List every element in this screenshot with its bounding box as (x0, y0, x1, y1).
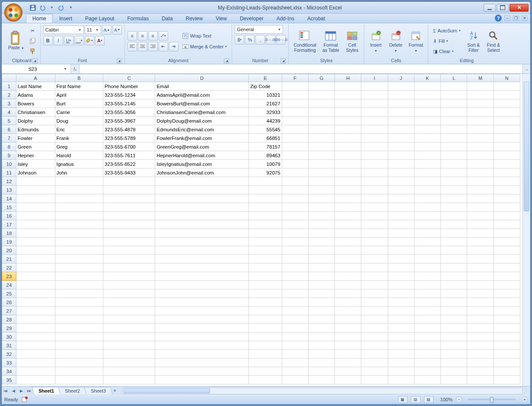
italic-button[interactable]: I (54, 36, 63, 45)
cell-A17[interactable] (16, 220, 55, 229)
cell-H34[interactable] (335, 367, 361, 376)
cell-J14[interactable] (388, 194, 414, 203)
cell-C29[interactable] (103, 324, 155, 333)
cell-J16[interactable] (388, 212, 414, 220)
cell-C14[interactable] (103, 194, 155, 203)
cell-M28[interactable] (467, 315, 494, 324)
row-header-11[interactable]: 11 (2, 168, 16, 177)
cell-M35[interactable] (467, 376, 494, 384)
cell-D25[interactable] (155, 289, 249, 298)
cell-D16[interactable] (155, 212, 249, 220)
window-maximize-button[interactable] (497, 4, 509, 12)
cell-G35[interactable] (308, 376, 334, 384)
comma-format-button[interactable]: , (255, 35, 265, 44)
cell-K35[interactable] (414, 376, 440, 384)
cell-M2[interactable] (467, 91, 494, 99)
cell-C4[interactable]: 323-555-3056 (103, 108, 155, 117)
cell-F26[interactable] (282, 298, 308, 307)
ribbon-tab-insert[interactable]: Insert (53, 14, 79, 23)
cell-A25[interactable] (16, 289, 55, 298)
cell-J8[interactable] (388, 143, 414, 151)
cell-L20[interactable] (441, 246, 467, 255)
format-as-table-button[interactable]: Format as Table (320, 28, 341, 54)
cell-F17[interactable] (282, 220, 308, 229)
cell-M24[interactable] (467, 281, 494, 289)
cell-G31[interactable] (308, 341, 334, 350)
cell-G12[interactable] (308, 177, 334, 186)
cell-G23[interactable] (308, 272, 334, 281)
cell-G6[interactable] (308, 125, 334, 134)
cell-L19[interactable] (441, 238, 467, 246)
row-header-16[interactable]: 16 (2, 212, 16, 220)
cell-A7[interactable]: Fowler (16, 134, 55, 143)
cell-K18[interactable] (414, 229, 440, 238)
cell-E2[interactable]: 10321 (249, 91, 282, 99)
cell-D4[interactable]: ChristiansenCarrie@email.com (155, 108, 249, 117)
cell-K31[interactable] (414, 341, 440, 350)
underline-button[interactable]: U▾ (64, 36, 73, 45)
cell-I15[interactable] (361, 203, 388, 212)
ribbon-tab-review[interactable]: Review (179, 14, 209, 23)
cell-J35[interactable] (388, 376, 414, 384)
cell-L8[interactable] (441, 143, 467, 151)
cell-A34[interactable] (16, 367, 55, 376)
cell-I20[interactable] (361, 246, 388, 255)
cell-D7[interactable]: FowlerFrank@email.com (155, 134, 249, 143)
row-header-31[interactable]: 31 (2, 341, 16, 350)
cell-C24[interactable] (103, 281, 155, 289)
cell-G11[interactable] (308, 168, 334, 177)
cell-N2[interactable] (494, 91, 520, 99)
cell-K16[interactable] (414, 212, 440, 220)
cell-N30[interactable] (494, 333, 520, 341)
fx-icon[interactable]: fx (73, 67, 76, 72)
row-header-33[interactable]: 33 (2, 358, 16, 367)
row-header-8[interactable]: 8 (2, 143, 16, 151)
cell-H28[interactable] (335, 315, 361, 324)
cell-C9[interactable]: 323-555-7611 (103, 151, 155, 160)
cell-C1[interactable]: Phone Number (103, 82, 155, 91)
cell-J29[interactable] (388, 324, 414, 333)
cell-H23[interactable] (335, 272, 361, 281)
cell-E30[interactable] (249, 333, 282, 341)
cell-H20[interactable] (335, 246, 361, 255)
cell-G30[interactable] (308, 333, 334, 341)
cell-H7[interactable] (335, 134, 361, 143)
bold-button[interactable]: B (43, 36, 53, 45)
cell-B19[interactable] (55, 238, 103, 246)
cell-L29[interactable] (441, 324, 467, 333)
cell-L26[interactable] (441, 298, 467, 307)
cell-A27[interactable] (16, 307, 55, 315)
cell-A16[interactable] (16, 212, 55, 220)
cell-G27[interactable] (308, 307, 334, 315)
formula-bar[interactable] (79, 64, 522, 73)
cell-L5[interactable] (441, 117, 467, 125)
cell-I22[interactable] (361, 263, 388, 272)
undo-icon[interactable] (39, 4, 46, 11)
cell-K6[interactable] (414, 125, 440, 134)
row-header-35[interactable]: 35 (2, 376, 16, 384)
undo-dropdown[interactable]: ▼ (48, 4, 55, 11)
ribbon-tab-data[interactable]: Data (155, 14, 179, 23)
cell-L9[interactable] (441, 151, 467, 160)
col-header-F[interactable]: F (282, 74, 308, 82)
cell-L11[interactable] (441, 168, 467, 177)
cell-J32[interactable] (388, 350, 414, 358)
cell-C11[interactable]: 323-555-9433 (103, 168, 155, 177)
cell-B35[interactable] (55, 376, 103, 384)
cell-L18[interactable] (441, 229, 467, 238)
cell-H27[interactable] (335, 307, 361, 315)
cell-F15[interactable] (282, 203, 308, 212)
cell-J24[interactable] (388, 281, 414, 289)
cell-B12[interactable] (55, 177, 103, 186)
cell-E17[interactable] (249, 220, 282, 229)
name-box-input[interactable] (3, 66, 62, 72)
align-top-button[interactable]: ≡ (127, 31, 137, 41)
row-header-34[interactable]: 34 (2, 367, 16, 376)
cell-A21[interactable] (16, 255, 55, 263)
cell-I7[interactable] (361, 134, 388, 143)
cell-A19[interactable] (16, 238, 55, 246)
cell-C22[interactable] (103, 263, 155, 272)
cell-K1[interactable] (414, 82, 440, 91)
spreadsheet-grid[interactable]: ABCDEFGHIJKLMN1Last NameFirst NamePhone … (2, 74, 520, 384)
cell-J12[interactable] (388, 177, 414, 186)
